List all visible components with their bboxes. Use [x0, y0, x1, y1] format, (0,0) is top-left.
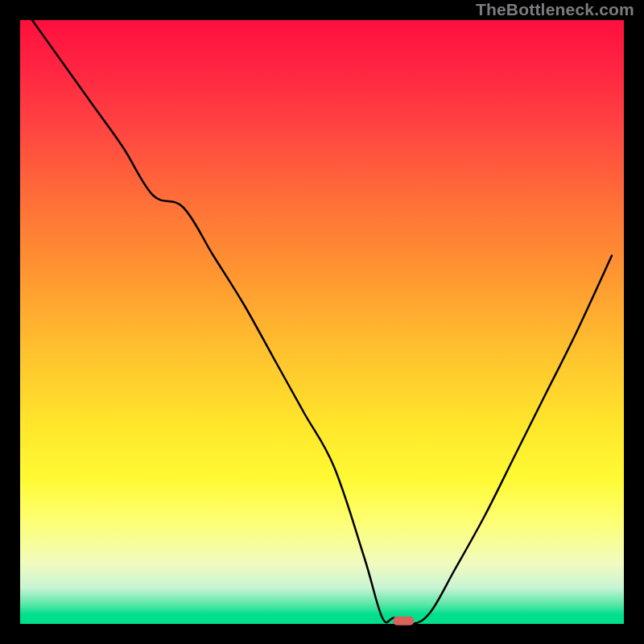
marker-pill [393, 617, 414, 625]
watermark-text: TheBottleneck.com [476, 0, 634, 19]
chart-svg [0, 0, 644, 644]
plot-area [20, 20, 624, 624]
chart-root: TheBottleneck.com [0, 0, 644, 644]
